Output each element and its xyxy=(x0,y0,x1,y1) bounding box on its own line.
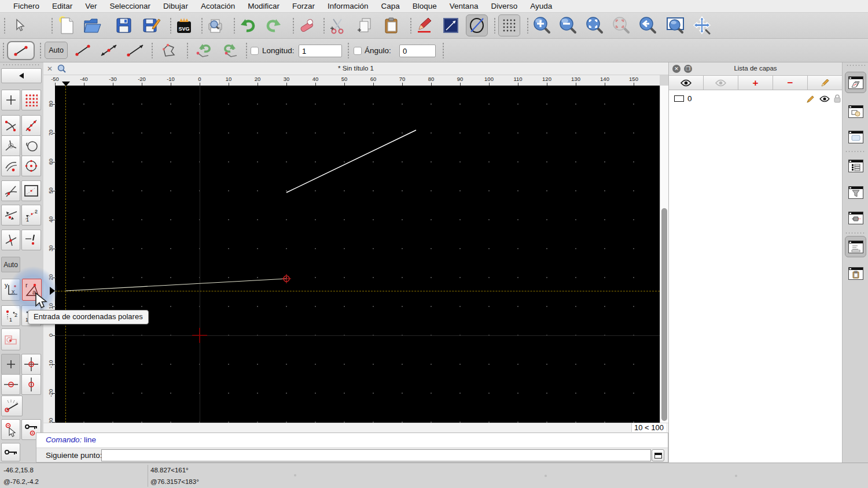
snap-intersection-button[interactable] xyxy=(1,135,20,156)
dock-clipboard-button[interactable] xyxy=(845,263,866,284)
angle-input[interactable] xyxy=(399,45,436,57)
menu-item-10[interactable]: Bloque xyxy=(406,2,443,10)
add-layer-button[interactable]: + xyxy=(738,76,773,90)
save-as-button[interactable] xyxy=(141,14,163,36)
menu-item-9[interactable]: Capa xyxy=(375,2,406,10)
open-file-button[interactable] xyxy=(82,14,104,36)
menu-item-13[interactable]: Ayuda xyxy=(524,2,558,10)
command-window-toggle-button[interactable] xyxy=(652,449,664,461)
grid-toggle-button[interactable] xyxy=(498,14,520,36)
restrict-orthogonal-button[interactable] xyxy=(1,205,20,225)
snap-middle-button[interactable] xyxy=(21,135,41,156)
layer-lock-icon[interactable] xyxy=(834,94,841,103)
zoom-auto-button[interactable] xyxy=(584,14,606,36)
restrict-nothing-button[interactable] xyxy=(1,230,20,250)
snap-auto-button[interactable]: Auto xyxy=(1,257,20,272)
hide-all-layers-button[interactable] xyxy=(704,76,738,90)
dock-library-browser-button[interactable] xyxy=(845,126,866,147)
collapse-toolbar-button[interactable] xyxy=(1,68,42,83)
line-angle-both-button[interactable] xyxy=(97,42,120,59)
coord-cartesian-button[interactable]: yx xyxy=(1,279,20,301)
snap-middle-manual-button[interactable] xyxy=(1,328,20,350)
drawing-canvas[interactable] xyxy=(55,86,660,423)
zoom-selected-button[interactable] xyxy=(610,14,632,36)
lock-layer-button[interactable] xyxy=(1,443,20,461)
line-angle-button[interactable] xyxy=(124,42,147,59)
layer-row[interactable]: 0 xyxy=(669,93,842,105)
zoom-out-button[interactable] xyxy=(557,14,579,36)
snap-on-entity-button[interactable] xyxy=(21,115,41,136)
menu-item-11[interactable]: Ventana xyxy=(443,2,485,10)
save-button[interactable] xyxy=(113,14,135,36)
ortho-mode-button[interactable] xyxy=(440,14,462,36)
show-all-layers-button[interactable] xyxy=(669,76,704,90)
command-input[interactable] xyxy=(101,449,651,461)
snap-exclusive-button[interactable] xyxy=(21,230,41,250)
draft-mode-button[interactable] xyxy=(466,14,488,36)
snap-distance-button[interactable] xyxy=(1,156,20,176)
dock-pen-palette-button[interactable] xyxy=(845,207,866,228)
dock-block-list-button[interactable] xyxy=(845,101,866,122)
length-checkbox[interactable] xyxy=(251,47,259,55)
menu-item-12[interactable]: Diverso xyxy=(484,2,524,10)
restrict-snap-box-button[interactable] xyxy=(21,180,41,201)
menu-item-8[interactable]: Información xyxy=(321,2,375,10)
length-input[interactable] xyxy=(299,45,342,57)
restrict-horizontal-button[interactable] xyxy=(1,374,20,395)
remove-layer-button[interactable]: − xyxy=(773,76,808,90)
menu-item-6[interactable]: Modificar xyxy=(241,2,286,10)
paste-button[interactable] xyxy=(381,14,403,36)
snap-center-button[interactable] xyxy=(21,156,41,176)
dock-command-line-button[interactable] xyxy=(845,236,866,257)
layer-edit-pencil-icon[interactable] xyxy=(806,95,815,103)
menu-item-0[interactable]: Fichero xyxy=(7,2,46,10)
cut-button[interactable] xyxy=(326,14,348,36)
snap-intersection-manual-button[interactable] xyxy=(1,180,20,201)
snap-endpoints-button[interactable] xyxy=(1,115,20,136)
new-document-button[interactable] xyxy=(56,14,78,36)
menu-item-5[interactable]: Acotación xyxy=(194,2,241,10)
undo-button[interactable] xyxy=(237,14,259,36)
snap-grid-button[interactable] xyxy=(21,90,41,110)
line-two-points-button[interactable] xyxy=(72,42,94,59)
restrict-points-button[interactable]: 12 xyxy=(21,205,41,225)
redo-segment-button[interactable] xyxy=(219,41,243,60)
menu-item-1[interactable]: Editar xyxy=(46,2,79,10)
dock-filter-button[interactable] xyxy=(845,182,866,203)
layer-visibility-eye-icon[interactable] xyxy=(819,95,830,102)
horizontal-scrollbar[interactable]: 10 < 100 xyxy=(43,423,668,432)
vertical-scrollbar[interactable] xyxy=(660,86,668,423)
copy-button[interactable] xyxy=(354,14,376,36)
relative-zero-free-button[interactable] xyxy=(1,354,20,375)
menu-item-3[interactable]: Seleccionar xyxy=(104,2,157,10)
print-preview-button[interactable] xyxy=(204,14,226,36)
vertical-scrollbar-thumb[interactable] xyxy=(661,208,667,421)
set-relative-zero-button[interactable] xyxy=(21,354,41,375)
delete-eraser-button[interactable] xyxy=(296,14,318,36)
auto-line-button[interactable]: Auto xyxy=(45,42,68,59)
svg-export-button[interactable]: SVG xyxy=(173,14,195,36)
menu-item-4[interactable]: Dibujar xyxy=(157,2,194,10)
selection-pointer-icon[interactable] xyxy=(8,14,30,36)
polyline-tool-button[interactable] xyxy=(157,42,182,59)
zoom-previous-button[interactable] xyxy=(637,14,659,36)
menu-item-7[interactable]: Forzar xyxy=(286,2,321,10)
pick-relative-zero-button[interactable] xyxy=(1,419,20,440)
zoom-window-button[interactable] xyxy=(664,14,686,36)
hruler-label: -40 xyxy=(80,76,88,82)
attributes-pen-button[interactable] xyxy=(413,14,435,36)
dock-command-options-button[interactable] xyxy=(845,155,866,176)
snap-free-button[interactable] xyxy=(1,90,20,110)
zoom-in-button[interactable] xyxy=(531,14,553,36)
edit-layer-button[interactable] xyxy=(808,76,842,90)
redo-button[interactable] xyxy=(263,14,285,36)
pan-button[interactable] xyxy=(691,14,713,36)
line-tool-button[interactable] xyxy=(7,41,35,60)
angle-checkbox[interactable] xyxy=(354,47,362,55)
angle-gauge-button[interactable] xyxy=(1,395,23,416)
menu-item-2[interactable]: Ver xyxy=(79,2,103,10)
dock-layer-list-button[interactable] xyxy=(845,72,866,93)
restrict-vertical-button[interactable] xyxy=(21,374,41,395)
undo-segment-button[interactable] xyxy=(192,41,216,60)
relative-point-1-button[interactable]: 12 xyxy=(1,305,20,326)
